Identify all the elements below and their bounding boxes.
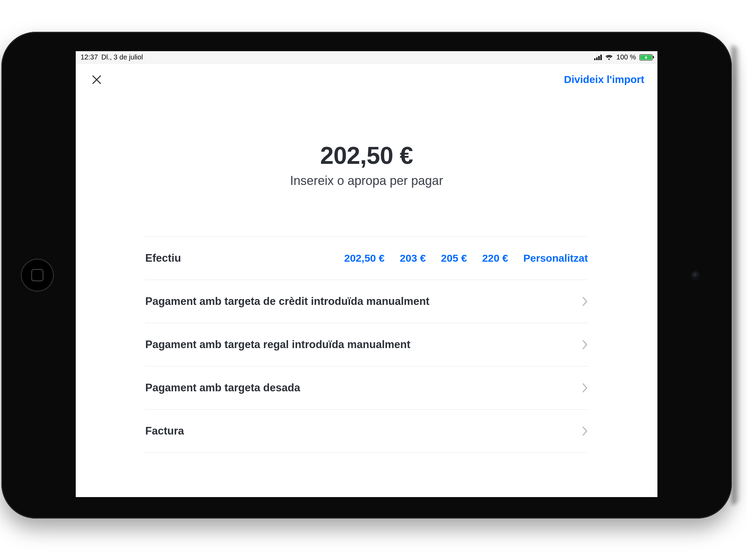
- row-invoice[interactable]: Factura: [145, 410, 588, 453]
- amount-total: 202,50 €: [76, 142, 657, 169]
- row-label: Pagament amb targeta de crèdit introduïd…: [145, 295, 430, 308]
- cash-label: Efectiu: [145, 252, 181, 264]
- front-camera: [692, 272, 699, 279]
- cash-quick-exact[interactable]: 202,50 €: [344, 252, 385, 264]
- battery-icon: [639, 54, 653, 60]
- row-cash: Efectiu 202,50 € 203 € 205 € 220 € Perso…: [145, 237, 588, 280]
- cash-quick-2[interactable]: 205 €: [441, 252, 467, 264]
- split-amount-button[interactable]: Divideix l'import: [564, 74, 644, 85]
- chevron-right-icon: [582, 340, 588, 349]
- row-saved-card[interactable]: Pagament amb targeta desada: [145, 366, 588, 410]
- chevron-right-icon: [582, 383, 588, 392]
- cash-quick-1[interactable]: 203 €: [400, 252, 426, 264]
- cellular-signal-icon: [594, 55, 602, 60]
- close-icon: [91, 74, 102, 85]
- row-label: Factura: [145, 425, 184, 437]
- status-date: Dl., 3 de juliol: [101, 53, 143, 61]
- tablet-frame: 12:37 Dl., 3 de juliol 100 %: [1, 32, 732, 519]
- payment-methods-list: Efectiu 202,50 € 203 € 205 € 220 € Perso…: [145, 236, 588, 453]
- row-manual-gift[interactable]: Pagament amb targeta regal introduïda ma…: [145, 323, 588, 366]
- wifi-icon: [605, 55, 613, 60]
- close-button[interactable]: [89, 72, 104, 87]
- row-label: Pagament amb targeta regal introduïda ma…: [145, 338, 411, 351]
- cash-quick-custom[interactable]: Personalitzat: [523, 252, 588, 264]
- navigation-bar: Divideix l'import: [76, 64, 657, 93]
- battery-percent: 100 %: [616, 53, 636, 61]
- home-button[interactable]: [21, 259, 54, 292]
- cash-quick-amounts: 202,50 € 203 € 205 € 220 € Personalitzat: [344, 252, 588, 264]
- status-time: 12:37: [81, 53, 98, 61]
- screen: 12:37 Dl., 3 de juliol 100 %: [76, 51, 657, 497]
- cash-quick-3[interactable]: 220 €: [482, 252, 508, 264]
- row-manual-credit[interactable]: Pagament amb targeta de crèdit introduïd…: [145, 280, 588, 323]
- row-label: Pagament amb targeta desada: [145, 382, 300, 394]
- status-bar: 12:37 Dl., 3 de juliol 100 %: [76, 51, 657, 64]
- amount-subtitle: Insereix o apropa per pagar: [76, 174, 657, 188]
- chevron-right-icon: [582, 427, 588, 436]
- chevron-right-icon: [582, 297, 588, 306]
